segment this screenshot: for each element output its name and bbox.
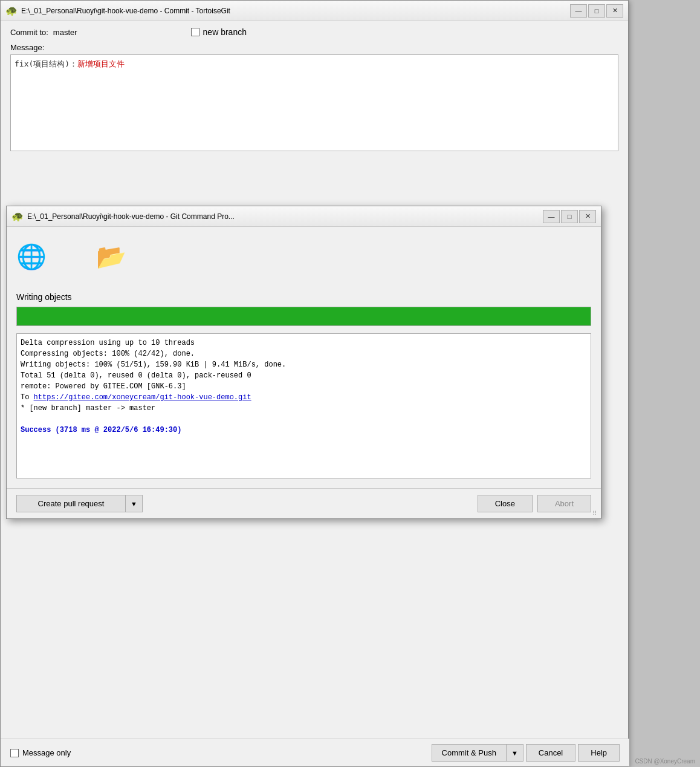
message-fix-text: fix(项目结构)： <box>15 59 77 68</box>
globe-icon: 🌐 <box>16 243 48 274</box>
pull-request-dropdown-button[interactable]: ▼ <box>125 495 143 512</box>
log-line: Compressing objects: 100% (42/42), done. <box>21 348 587 359</box>
pull-request-group: Create pull request ▼ <box>16 495 143 512</box>
close-button[interactable]: ✕ <box>606 4 623 18</box>
message-only-checkbox[interactable] <box>10 749 19 757</box>
watermark: CSDN @XoneyCream <box>635 758 695 765</box>
cancel-button[interactable]: Cancel <box>526 744 575 762</box>
message-label: Message: <box>10 43 618 52</box>
resize-handle[interactable]: ⠿ <box>592 510 600 517</box>
tortoise-icon: 🐢 <box>5 5 18 17</box>
progress-footer: Create pull request ▼ Close Abort <box>7 488 601 518</box>
success-line: Success (3718 ms @ 2022/5/6 16:49:30) <box>21 425 587 436</box>
progress-titlebar: 🐢 E:\_01_Personal\Ruoyi\git-hook-vue-dem… <box>7 206 601 227</box>
progress-window-title: E:\_01_Personal\Ruoyi\git-hook-vue-demo … <box>27 212 235 221</box>
commit-to-row: Commit to: master new branch <box>10 27 618 37</box>
gitee-link[interactable]: https://gitee.com/xoneycream/git-hook-vu… <box>34 393 251 402</box>
footer-right: Close Abort <box>478 495 591 512</box>
progress-close-btn[interactable]: Close <box>478 495 533 512</box>
footer-left: Create pull request ▼ <box>16 495 143 512</box>
commit-branch: master <box>53 28 77 37</box>
progress-body: 🌐 📂 Writing objects Delta compression us… <box>7 227 601 488</box>
progress-tortoise-icon: 🐢 <box>11 211 24 223</box>
progress-bar-fill <box>17 307 591 325</box>
icons-row: 🌐 📂 <box>16 237 591 280</box>
log-line: Total 51 (delta 0), reused 0 (delta 0), … <box>21 370 587 381</box>
new-branch-area: new branch <box>191 27 247 37</box>
commit-to-label: Commit to: <box>10 28 48 37</box>
log-output[interactable]: Delta compression using up to 10 threads… <box>16 333 591 478</box>
commit-window-title: E:\_01_Personal\Ruoyi\git-hook-vue-demo … <box>21 7 230 15</box>
commit-push-group: Commit & Push ▼ <box>432 744 523 762</box>
folder-icon: 📂 <box>96 243 128 274</box>
new-branch-label: new branch <box>203 27 247 37</box>
create-pull-request-button[interactable]: Create pull request <box>16 495 125 512</box>
progress-window: 🐢 E:\_01_Personal\Ruoyi\git-hook-vue-dem… <box>6 206 601 519</box>
message-only-label: Message only <box>22 748 71 757</box>
message-chinese-text: 新增项目文件 <box>77 59 125 68</box>
abort-button[interactable]: Abort <box>537 495 591 512</box>
bottom-left: Message only <box>10 748 71 757</box>
writing-objects-label: Writing objects <box>16 292 591 302</box>
commit-message-textarea[interactable]: fix(项目结构)：新增项目文件 <box>10 54 618 151</box>
progress-close-button[interactable]: ✕ <box>579 210 596 223</box>
commit-bottom-bar: Message only Commit & Push ▼ Cancel Help <box>1 739 629 766</box>
commit-push-dropdown-button[interactable]: ▼ <box>506 744 523 762</box>
maximize-button[interactable]: □ <box>588 4 605 18</box>
log-line: To https://gitee.com/xoneycream/git-hook… <box>21 392 587 403</box>
progress-maximize-button[interactable]: □ <box>561 210 578 223</box>
help-button[interactable]: Help <box>578 744 620 762</box>
commit-titlebar: 🐢 E:\_01_Personal\Ruoyi\git-hook-vue-dem… <box>1 1 628 21</box>
minimize-button[interactable]: — <box>570 4 587 18</box>
log-line: Writing objects: 100% (51/51), 159.90 Ki… <box>21 359 587 370</box>
progress-minimize-button[interactable]: — <box>543 210 560 223</box>
progress-bar-container <box>16 307 591 326</box>
log-line: remote: Powered by GITEE.COM [GNK-6.3] <box>21 381 587 392</box>
new-branch-checkbox[interactable] <box>191 28 199 36</box>
log-line <box>21 414 587 425</box>
log-line: * [new branch] master -> master <box>21 403 587 414</box>
commit-body: Commit to: master new branch Message: fi… <box>1 21 628 157</box>
commit-push-button[interactable]: Commit & Push <box>432 744 506 762</box>
bottom-right: Commit & Push ▼ Cancel Help <box>432 744 620 762</box>
log-line: Delta compression using up to 10 threads <box>21 338 587 348</box>
